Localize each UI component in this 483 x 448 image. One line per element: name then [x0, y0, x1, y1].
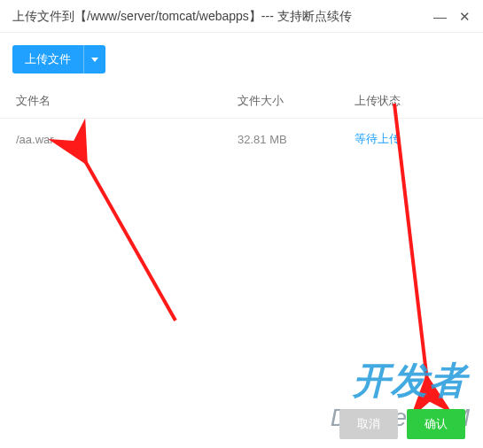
- dialog-title: 上传文件到【/www/server/tomcat/webapps】--- 支持断…: [12, 9, 352, 25]
- column-header-size: 文件大小: [238, 93, 354, 109]
- titlebar: 上传文件到【/www/server/tomcat/webapps】--- 支持断…: [0, 0, 483, 33]
- upload-button-group: 上传文件: [12, 45, 105, 73]
- toolbar: 上传文件: [0, 33, 483, 84]
- column-header-name: 文件名: [16, 93, 238, 109]
- table-header: 文件名 文件大小 上传状态: [0, 84, 483, 119]
- cancel-button[interactable]: 取消: [339, 409, 398, 439]
- column-header-status: 上传状态: [354, 93, 467, 109]
- file-size-cell: 32.81 MB: [238, 133, 354, 146]
- upload-status-cell[interactable]: 等待上传: [354, 132, 401, 145]
- minimize-icon[interactable]: —: [433, 9, 447, 25]
- upload-button[interactable]: 上传文件: [12, 45, 83, 73]
- table-row: /aa.war 32.81 MB 等待上传: [0, 119, 483, 159]
- confirm-button[interactable]: 确认: [407, 409, 465, 439]
- dialog-footer: 取消 确认: [0, 409, 483, 439]
- caret-down-icon: [91, 58, 98, 62]
- watermark-text-1: 开发者: [353, 356, 467, 406]
- file-name-cell: /aa.war: [16, 133, 238, 146]
- svg-line-0: [84, 159, 175, 321]
- close-icon[interactable]: ✕: [459, 9, 471, 25]
- window-controls: — ✕: [433, 9, 471, 25]
- upload-dropdown-button[interactable]: [83, 45, 105, 73]
